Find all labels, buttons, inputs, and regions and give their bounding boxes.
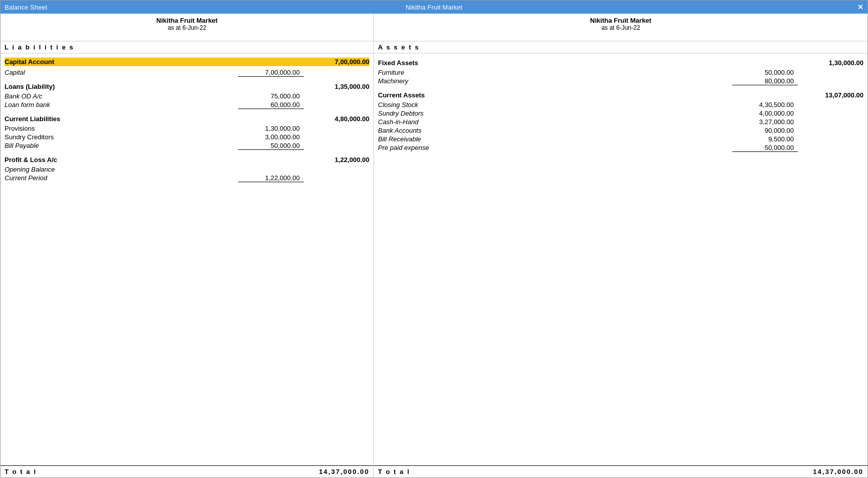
profit-loss-header-row: Profit & Loss A/c 1,22,000.00 xyxy=(5,152,369,165)
prepaid-expense-amount: 50,000.00 xyxy=(732,144,798,152)
liabilities-label: L i a b i l i t i e s xyxy=(1,41,373,54)
fixed-assets-header-row: Fixed Assets 1,30,000.00 xyxy=(378,56,863,68)
current-assets-section: Current Assets 13,07,000.00 Closing Stoc… xyxy=(378,88,863,152)
loans-section: Loans (Liability) 1,35,000.00 Bank OD A/… xyxy=(5,79,369,110)
furniture-amount: 50,000.00 xyxy=(732,69,798,76)
bill-receivable-label: Bill Receivable xyxy=(378,135,732,143)
sundry-debtors-row: Sundry Debtors 4,00,000.00 xyxy=(378,109,863,118)
center-title: Nikitha Fruit Market xyxy=(406,4,463,11)
cash-in-hand-amount: 3,27,000.00 xyxy=(732,118,798,126)
machinery-amount: 80,000.00 xyxy=(732,77,798,85)
assets-date: as at 6-Jun-22 xyxy=(376,24,865,31)
loan-bank-amount: 60,000.00 xyxy=(238,101,304,109)
liabilities-date: as at 6-Jun-22 xyxy=(3,24,371,31)
sundry-debtors-amount: 4,00,000.00 xyxy=(732,110,798,117)
liabilities-total-label: T o t a l xyxy=(5,468,37,475)
furniture-label: Furniture xyxy=(378,69,732,76)
capital-account-section: Capital Account 7,00,000.00 Capital 7,00… xyxy=(5,58,369,77)
prepaid-expense-row: Pre paid expense 50,000.00 xyxy=(378,143,863,152)
assets-label: A s s e t s xyxy=(374,41,867,54)
capital-account-sub xyxy=(238,58,304,66)
current-liabilities-header-row: Current Liabilities 4,80,000.00 xyxy=(5,112,369,124)
provisions-amount: 1,30,000.00 xyxy=(238,125,304,132)
furniture-row: Furniture 50,000.00 xyxy=(378,68,863,77)
assets-body: Fixed Assets 1,30,000.00 Furniture 50,00… xyxy=(374,54,867,465)
bill-receivable-row: Bill Receivable 9,500.00 xyxy=(378,135,863,143)
liabilities-body: Capital Account 7,00,000.00 Capital 7,00… xyxy=(1,54,373,465)
bank-od-amount: 75,000.00 xyxy=(238,92,304,100)
assets-total-amount: 14,37,000.00 xyxy=(813,468,863,475)
bill-payable-row: Bill Payable 50,000.00 xyxy=(5,141,369,150)
assets-header: Nikitha Fruit Market as at 6-Jun-22 xyxy=(374,14,867,41)
fixed-assets-section: Fixed Assets 1,30,000.00 Furniture 50,00… xyxy=(378,56,863,86)
liabilities-panel: Nikitha Fruit Market as at 6-Jun-22 L i … xyxy=(1,14,374,477)
loans-total: 1,35,000.00 xyxy=(304,80,369,91)
current-liabilities-label: Current Liabilities xyxy=(5,112,238,124)
bank-od-row: Bank OD A/c 75,000.00 xyxy=(5,92,369,100)
capital-account-total: 7,00,000.00 xyxy=(304,58,369,66)
bank-accounts-label: Bank Accounts xyxy=(378,127,732,134)
bill-receivable-amount: 9,500.00 xyxy=(732,135,798,143)
bank-accounts-amount: 90,000.00 xyxy=(732,127,798,134)
profit-loss-section: Profit & Loss A/c 1,22,000.00 Opening Ba… xyxy=(5,152,369,183)
window-title: Balance Sheet xyxy=(5,4,47,11)
title-bar: Balance Sheet Nikitha Fruit Market ✕ xyxy=(1,1,867,14)
close-button[interactable]: ✕ xyxy=(857,4,863,11)
capital-item-amount: 7,00,000.00 xyxy=(238,69,304,77)
sundry-creditors-amount: 3,00,000.00 xyxy=(238,133,304,141)
capital-item-label: Capital xyxy=(5,69,238,77)
opening-balance-label: Opening Balance xyxy=(5,166,238,173)
current-liabilities-section: Current Liabilities 4,80,000.00 Provisio… xyxy=(5,112,369,150)
machinery-label: Machinery xyxy=(378,77,732,85)
sundry-creditors-label: Sundry Creditors xyxy=(5,133,238,141)
capital-account-header-row: Capital Account 7,00,000.00 xyxy=(5,58,369,66)
capital-account-label: Capital Account xyxy=(5,58,238,66)
assets-company: Nikitha Fruit Market xyxy=(376,17,865,24)
current-period-amount: 1,22,000.00 xyxy=(238,174,304,182)
current-assets-total: 13,07,000.00 xyxy=(798,88,863,100)
loans-label: Loans (Liability) xyxy=(5,80,238,91)
cash-in-hand-row: Cash-in-Hand 3,27,000.00 xyxy=(378,118,863,126)
liabilities-company: Nikitha Fruit Market xyxy=(3,17,371,24)
loan-bank-row: Loan form bank 60,000.00 xyxy=(5,100,369,110)
liabilities-total-row: T o t a l 14,37,000.00 xyxy=(1,465,373,477)
bill-payable-label: Bill Payable xyxy=(5,142,238,150)
assets-panel: Nikitha Fruit Market as at 6-Jun-22 A s … xyxy=(374,14,867,477)
profit-loss-label: Profit & Loss A/c xyxy=(5,153,238,165)
liabilities-total-amount: 14,37,000.00 xyxy=(319,468,369,475)
current-assets-header-row: Current Assets 13,07,000.00 xyxy=(378,88,863,100)
current-period-row: Current Period 1,22,000.00 xyxy=(5,174,369,183)
cash-in-hand-label: Cash-in-Hand xyxy=(378,118,732,126)
loan-bank-label: Loan form bank xyxy=(5,101,238,109)
main-content: Nikitha Fruit Market as at 6-Jun-22 L i … xyxy=(1,14,867,477)
liabilities-header: Nikitha Fruit Market as at 6-Jun-22 xyxy=(1,14,373,41)
fixed-assets-total: 1,30,000.00 xyxy=(798,56,863,68)
sundry-debtors-label: Sundry Debtors xyxy=(378,110,732,117)
current-period-label: Current Period xyxy=(5,174,238,182)
opening-balance-amount xyxy=(238,166,304,173)
capital-item-row: Capital 7,00,000.00 xyxy=(5,68,369,77)
provisions-label: Provisions xyxy=(5,125,238,132)
closing-stock-row: Closing Stock 4,30,500.00 xyxy=(378,100,863,109)
profit-loss-total: 1,22,000.00 xyxy=(304,153,369,165)
prepaid-expense-label: Pre paid expense xyxy=(378,144,732,152)
sundry-creditors-row: Sundry Creditors 3,00,000.00 xyxy=(5,133,369,141)
current-assets-label: Current Assets xyxy=(378,88,732,100)
current-liabilities-total: 4,80,000.00 xyxy=(304,112,369,124)
fixed-assets-label: Fixed Assets xyxy=(378,56,732,68)
balance-sheet-window: Balance Sheet Nikitha Fruit Market ✕ Nik… xyxy=(0,0,868,478)
assets-total-row: T o t a l 14,37,000.00 xyxy=(374,465,867,477)
provisions-row: Provisions 1,30,000.00 xyxy=(5,124,369,133)
assets-total-label: T o t a l xyxy=(378,468,410,475)
bill-payable-amount: 50,000.00 xyxy=(238,142,304,150)
closing-stock-label: Closing Stock xyxy=(378,101,732,109)
loans-header-row: Loans (Liability) 1,35,000.00 xyxy=(5,79,369,92)
closing-stock-amount: 4,30,500.00 xyxy=(732,101,798,109)
bank-accounts-row: Bank Accounts 90,000.00 xyxy=(378,126,863,135)
bank-od-label: Bank OD A/c xyxy=(5,92,238,100)
machinery-row: Machinery 80,000.00 xyxy=(378,77,863,86)
opening-balance-row: Opening Balance xyxy=(5,165,369,174)
